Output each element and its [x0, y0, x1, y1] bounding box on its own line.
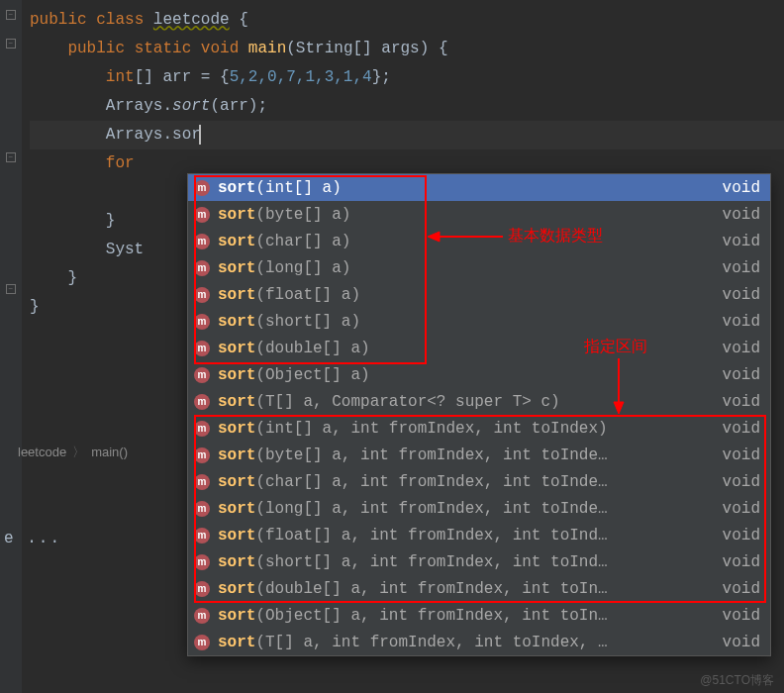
method-icon: m — [194, 447, 210, 463]
method-name: sort — [218, 527, 255, 544]
autocomplete-item[interactable]: msort(int[] a)void — [188, 174, 770, 201]
autocomplete-item[interactable]: msort(Object[] a, int fromIndex, int toI… — [188, 602, 770, 629]
method-signature: (T[] a, Comparator<? super T> c) — [255, 393, 559, 411]
method-name: sort — [218, 446, 255, 464]
code-line: int[] arr = {5,2,0,7,1,3,1,4}; — [30, 63, 784, 92]
method-name: sort — [218, 553, 255, 571]
method-signature: (T[] a, int fromIndex, int toIndex, … — [255, 634, 607, 651]
return-type: void — [723, 527, 760, 544]
return-type: void — [723, 420, 760, 438]
autocomplete-item[interactable]: msort(byte[] a)void — [188, 201, 770, 228]
autocomplete-item[interactable]: msort(short[] a)void — [188, 308, 770, 335]
annotation-label: 基本数据类型 — [508, 226, 603, 247]
return-type: void — [723, 553, 760, 571]
return-type: void — [723, 206, 760, 224]
return-type: void — [723, 179, 760, 197]
method-icon: m — [194, 234, 210, 249]
folded-indicator: e ... — [4, 530, 61, 547]
breadcrumb-method[interactable]: main() — [91, 445, 128, 459]
return-type: void — [723, 580, 760, 598]
method-icon: m — [194, 528, 210, 544]
fold-toggle-icon[interactable]: − — [6, 284, 16, 294]
return-type: void — [723, 286, 760, 304]
method-name: sort — [218, 473, 255, 491]
method-icon: m — [194, 180, 210, 196]
autocomplete-item[interactable]: msort(double[] a, int fromIndex, int toI… — [188, 575, 770, 602]
return-type: void — [723, 446, 760, 464]
method-signature: (float[] a, int fromIndex, int toInd… — [255, 527, 607, 544]
autocomplete-item[interactable]: msort(int[] a, int fromIndex, int toInde… — [188, 415, 770, 442]
method-icon: m — [194, 367, 210, 383]
method-name: sort — [218, 634, 255, 651]
breadcrumb-class[interactable]: leetcode — [18, 445, 66, 459]
return-type: void — [723, 259, 760, 277]
method-signature: (Object[] a, int fromIndex, int toIn… — [255, 607, 607, 625]
method-icon: m — [194, 501, 210, 517]
autocomplete-item[interactable]: msort(char[] a, int fromIndex, int toInd… — [188, 468, 770, 495]
method-signature: (double[] a) — [255, 340, 369, 357]
text-caret — [199, 125, 201, 145]
fold-toggle-icon[interactable]: − — [6, 39, 16, 49]
method-name: sort — [218, 206, 255, 224]
autocomplete-item[interactable]: msort(T[] a, Comparator<? super T> c)voi… — [188, 388, 770, 415]
autocomplete-item[interactable]: msort(float[] a, int fromIndex, int toIn… — [188, 522, 770, 548]
return-type: void — [723, 366, 760, 384]
method-signature: (long[] a, int fromIndex, int toInde… — [255, 500, 607, 518]
autocomplete-item[interactable]: msort(Object[] a)void — [188, 361, 770, 388]
return-type: void — [723, 473, 760, 491]
method-name: sort — [218, 313, 255, 331]
method-icon: m — [194, 314, 210, 330]
method-signature: (int[] a) — [255, 179, 341, 197]
method-icon: m — [194, 287, 210, 303]
method-signature: (char[] a, int fromIndex, int toInde… — [255, 473, 607, 491]
method-name: sort — [218, 366, 255, 384]
method-name: sort — [218, 607, 255, 625]
return-type: void — [723, 607, 760, 625]
method-signature: (char[] a) — [255, 233, 350, 250]
autocomplete-item[interactable]: msort(long[] a, int fromIndex, int toInd… — [188, 495, 770, 522]
method-signature: (int[] a, int fromIndex, int toIndex) — [255, 420, 607, 438]
autocomplete-item[interactable]: msort(double[] a)void — [188, 335, 770, 361]
breadcrumb-separator: 〉 — [72, 445, 85, 459]
method-signature: (long[] a) — [255, 259, 350, 277]
method-icon: m — [194, 207, 210, 223]
method-name: sort — [218, 233, 255, 250]
autocomplete-popup[interactable]: msort(int[] a)voidmsort(byte[] a)voidmso… — [187, 173, 771, 656]
method-name: sort — [218, 286, 255, 304]
method-signature: (double[] a, int fromIndex, int toIn… — [255, 580, 607, 598]
method-icon: m — [194, 554, 210, 570]
method-icon: m — [194, 581, 210, 597]
method-icon: m — [194, 474, 210, 490]
autocomplete-item[interactable]: msort(long[] a)void — [188, 254, 770, 281]
method-icon: m — [194, 421, 210, 437]
breadcrumb[interactable]: leetcode〉main() — [18, 444, 128, 461]
method-signature: (float[] a) — [255, 286, 360, 304]
method-signature: (byte[] a) — [255, 206, 350, 224]
method-icon: m — [194, 608, 210, 624]
method-name: sort — [218, 420, 255, 438]
fold-toggle-icon[interactable]: − — [6, 10, 16, 20]
method-name: sort — [218, 259, 255, 277]
svg-marker-3 — [614, 402, 624, 414]
return-type: void — [723, 393, 760, 411]
autocomplete-item[interactable]: msort(T[] a, int fromIndex, int toIndex,… — [188, 629, 770, 655]
code-line: public class leetcode { — [30, 6, 784, 35]
svg-marker-1 — [428, 232, 440, 242]
autocomplete-item[interactable]: msort(byte[] a, int fromIndex, int toInd… — [188, 442, 770, 468]
method-name: sort — [218, 340, 255, 357]
method-signature: (byte[] a, int fromIndex, int toInde… — [255, 446, 607, 464]
arrow-icon — [426, 228, 505, 246]
fold-toggle-icon[interactable]: − — [6, 152, 16, 162]
code-line: public static void main(String[] args) { — [30, 35, 784, 63]
return-type: void — [723, 340, 760, 357]
method-name: sort — [218, 179, 255, 197]
method-icon: m — [194, 341, 210, 356]
return-type: void — [723, 313, 760, 331]
watermark: @51CTO博客 — [700, 672, 774, 689]
method-name: sort — [218, 393, 255, 411]
method-name: sort — [218, 500, 255, 518]
autocomplete-item[interactable]: msort(short[] a, int fromIndex, int toIn… — [188, 548, 770, 575]
return-type: void — [723, 634, 760, 651]
method-icon: m — [194, 394, 210, 410]
autocomplete-item[interactable]: msort(float[] a)void — [188, 281, 770, 308]
